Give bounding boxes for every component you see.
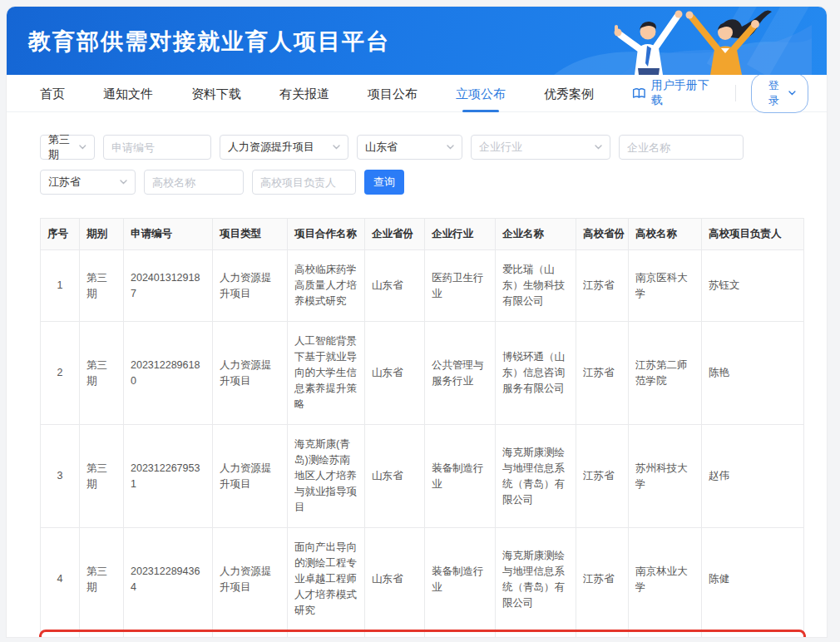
enterprise-province-select[interactable]: 山东省: [357, 135, 462, 160]
enterprise-name-input[interactable]: [619, 135, 744, 160]
nav-item-notices[interactable]: 通知文件: [103, 75, 153, 112]
table-row[interactable]: 5第三期2023122793782人力资源提升项目机械专业人才创新实践能力跨界融…: [41, 631, 804, 638]
period-value: 第三期: [48, 132, 79, 162]
table-cell: 高校临床药学高质量人才培养模式研究: [288, 250, 365, 322]
table-cell: 装备制造行业: [425, 528, 496, 631]
column-header: 企业省份: [365, 219, 425, 250]
table-cell: 海克斯康(青岛)测绘苏南地区人才培养与就业指导项目: [288, 425, 365, 528]
nav-item-reports[interactable]: 有关报道: [279, 75, 329, 112]
filter-row-1: 第三期 人力资源提升项目 山东省 企业行业: [40, 135, 827, 160]
table-row[interactable]: 1第三期2024013129187人力资源提升项目高校临床药学高质量人才培养模式…: [41, 250, 804, 322]
results-table-wrap: 序号期别申请编号项目类型项目合作名称企业省份企业行业企业名称高校省份高校名称高校…: [40, 218, 803, 637]
table-cell: 赵伟: [702, 425, 804, 528]
table-body: 1第三期2024013129187人力资源提升项目高校临床药学高质量人才培养模式…: [41, 250, 804, 638]
table-cell: 南京航空航天大学金城学院: [629, 631, 702, 638]
table-cell: 黄继刚: [702, 631, 804, 638]
user-manual-download[interactable]: 用户手册下载: [632, 78, 720, 108]
column-header: 申请编号: [124, 219, 213, 250]
nav-item-home[interactable]: 首页: [40, 75, 65, 112]
table-row[interactable]: 4第三期2023122894364人力资源提升项目面向产出导向的测绘工程专业卓越…: [41, 528, 804, 631]
table-cell: 海克斯康测绘与地理信息系统（青岛）有限公司: [496, 425, 576, 528]
table-cell: 南京林业大学: [629, 528, 702, 631]
table-cell: 医药卫生行业: [425, 250, 496, 322]
table-cell: 5: [41, 631, 80, 638]
table-cell: 第三期: [80, 250, 124, 322]
nav-bar: 首页 通知文件 资料下载 有关报道 项目公布 立项公布 优秀案例 用户手册下载 …: [7, 75, 827, 112]
project-type-value: 人力资源提升项目: [228, 140, 314, 155]
chevron-down-icon: [79, 145, 86, 150]
column-header: 序号: [41, 219, 80, 250]
column-header: 高校名称: [629, 219, 702, 250]
column-header: 企业行业: [425, 219, 496, 250]
table-cell: 人力资源提升项目: [213, 322, 288, 425]
period-select[interactable]: 第三期: [40, 135, 95, 160]
column-header: 项目合作名称: [288, 219, 365, 250]
university-leader-input[interactable]: [252, 170, 356, 195]
table-cell: 3: [41, 425, 80, 528]
university-province-value: 江苏省: [48, 175, 81, 190]
table-cell: 面向产出导向的测绘工程专业卓越工程师人才培养模式研究: [288, 528, 365, 631]
table-cell: 江苏省: [576, 322, 629, 425]
chevron-down-icon: [595, 145, 602, 150]
table-cell: 江苏省: [576, 631, 629, 638]
column-header: 高校省份: [576, 219, 629, 250]
login-button[interactable]: 登录: [751, 73, 808, 113]
apply-no-input[interactable]: [103, 135, 211, 160]
table-cell: 江苏省: [576, 425, 629, 528]
table-cell: 第三期: [80, 528, 124, 631]
table-cell: 山东省: [365, 250, 425, 322]
chevron-down-icon: [788, 91, 796, 96]
column-header: 期别: [80, 219, 124, 250]
table-cell: 2: [41, 322, 80, 425]
table-cell: 1: [41, 250, 80, 322]
app-window: 教育部供需对接就业育人项目平台: [7, 7, 827, 637]
enterprise-province-value: 山东省: [365, 140, 398, 155]
column-header: 项目类型: [213, 219, 288, 250]
table-cell: 人工智能背景下基于就业导向的大学生信息素养提升策略: [288, 322, 365, 425]
chevron-down-icon: [447, 145, 454, 150]
enterprise-industry-placeholder: 企业行业: [479, 140, 522, 155]
table-cell: 山东省: [365, 631, 425, 638]
table-cell: 2023122896180: [124, 322, 213, 425]
enterprise-industry-select[interactable]: 企业行业: [471, 135, 610, 160]
project-type-select[interactable]: 人力资源提升项目: [220, 135, 348, 160]
table-cell: 2023122679531: [124, 425, 213, 528]
nav-item-projects[interactable]: 项目公布: [368, 75, 418, 112]
table-row[interactable]: 3第三期2023122679531人力资源提升项目海克斯康(青岛)测绘苏南地区人…: [41, 425, 804, 528]
banner: 教育部供需对接就业育人项目平台: [7, 7, 827, 75]
divider: [735, 85, 736, 101]
nav-item-cases[interactable]: 优秀案例: [544, 75, 594, 112]
chevron-down-icon: [120, 180, 127, 185]
table-cell: 江苏第二师范学院: [629, 322, 702, 425]
table-cell: 公共管理与服务行业: [425, 322, 496, 425]
user-manual-label: 用户手册下载: [651, 78, 720, 108]
chevron-down-icon: [333, 145, 340, 150]
table-row[interactable]: 2第三期2023122896180人力资源提升项目人工智能背景下基于就业导向的大…: [41, 322, 804, 425]
login-label: 登录: [763, 78, 785, 108]
highfive-illustration: [521, 7, 812, 75]
results-table: 序号期别申请编号项目类型项目合作名称企业省份企业行业企业名称高校省份高校名称高校…: [40, 218, 804, 637]
table-cell: 2024013129187: [124, 250, 213, 322]
table-cell: 第三期: [80, 425, 124, 528]
table-cell: 装备制造行业: [425, 631, 496, 638]
table-cell: 装备制造行业: [425, 425, 496, 528]
book-icon: [632, 87, 646, 100]
search-button[interactable]: 查询: [364, 170, 404, 195]
filter-panel: 第三期 人力资源提升项目 山东省 企业行业 江苏省: [7, 112, 827, 213]
table-cell: 博锐环通（山东）信息咨询服务有限公司: [496, 322, 576, 425]
nav-item-approved[interactable]: 立项公布: [456, 75, 506, 112]
table-cell: 4: [41, 528, 80, 631]
table-cell: 江苏省: [576, 250, 629, 322]
table-cell: 海克斯康测绘与地理信息系统（青岛）有限公司: [496, 528, 576, 631]
table-cell: 苏钰文: [702, 250, 804, 322]
table-cell: 海克斯康制造智能技术（青岛）有限公司: [496, 631, 576, 638]
table-cell: 人力资源提升项目: [213, 425, 288, 528]
column-header: 高校项目负责人: [702, 219, 804, 250]
table-cell: 人力资源提升项目: [213, 631, 288, 638]
table-cell: 人力资源提升项目: [213, 250, 288, 322]
university-name-input[interactable]: [144, 170, 244, 195]
university-province-select[interactable]: 江苏省: [40, 170, 136, 195]
filter-row-2: 江苏省 查询: [40, 170, 827, 195]
table-cell: 苏州科技大学: [629, 425, 702, 528]
nav-item-downloads[interactable]: 资料下载: [191, 75, 241, 112]
